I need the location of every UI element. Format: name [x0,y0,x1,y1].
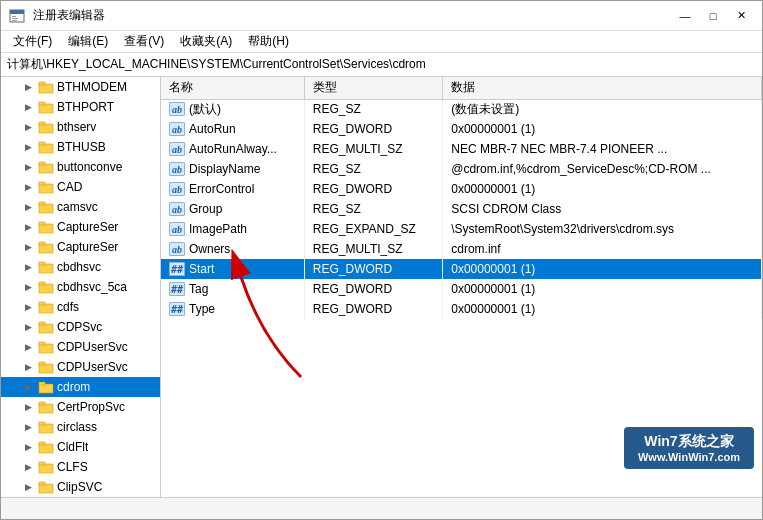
svg-rect-24 [39,262,45,265]
cell-data: 0x00000001 (1) [443,279,762,299]
table-header-row: 名称 类型 数据 [161,77,762,99]
tree-toggle-icon[interactable]: ▶ [21,100,35,114]
cell-name: ab(默认) [161,99,304,119]
tree-toggle-icon[interactable]: ▶ [21,400,35,414]
svg-rect-44 [39,462,45,465]
table-row[interactable]: ##TagREG_DWORD0x00000001 (1) [161,279,762,299]
table-row[interactable]: abGroupREG_SZSCSI CDROM Class [161,199,762,219]
folder-icon [38,299,54,315]
tree-toggle-icon[interactable]: ▶ [21,80,35,94]
tree-item[interactable]: ▶CLFS [1,457,160,477]
table-row[interactable]: abOwnersREG_MULTI_SZcdrom.inf [161,239,762,259]
tree-item-label: cbdhsvc_5ca [57,280,127,294]
maximize-button[interactable]: □ [700,6,726,26]
svg-rect-25 [39,284,53,293]
svg-rect-21 [39,244,53,253]
tree-item[interactable]: ▶cbdhsvc_5ca [1,277,160,297]
tree-toggle-icon[interactable]: ▶ [21,280,35,294]
tree-toggle-icon[interactable]: ▶ [21,380,35,394]
tree-item[interactable]: ▶circlass [1,417,160,437]
table-row[interactable]: ab(默认)REG_SZ(数值未设置) [161,99,762,119]
tree-item[interactable]: ▶CDPUserSvc [1,337,160,357]
tree-item[interactable]: ▶CldFlt [1,437,160,457]
tree-item[interactable]: ▶BTHUSB [1,137,160,157]
menu-item[interactable]: 收藏夹(A) [172,31,240,52]
tree-toggle-icon[interactable]: ▶ [21,180,35,194]
tree-toggle-icon[interactable]: ▶ [21,120,35,134]
tree-item[interactable]: ▶ClipSVC [1,477,160,497]
tree-item[interactable]: ▶bthserv [1,117,160,137]
table-row[interactable]: ##StartREG_DWORD0x00000001 (1) [161,259,762,279]
tree-toggle-icon[interactable]: ▶ [21,360,35,374]
svg-rect-27 [39,304,53,313]
tree-toggle-icon[interactable]: ▶ [21,300,35,314]
tree-item[interactable]: ▶cbdhsvc [1,257,160,277]
tree-item-label: bthserv [57,120,96,134]
tree-item[interactable]: ▶cdrom [1,377,160,397]
tree-toggle-icon[interactable]: ▶ [21,200,35,214]
close-button[interactable]: ✕ [728,6,754,26]
table-row[interactable]: abImagePathREG_EXPAND_SZ\SystemRoot\Syst… [161,219,762,239]
tree-pane[interactable]: ▶BTHMODEM▶BTHPORT▶bthserv▶BTHUSB▶buttonc… [1,77,161,497]
tree-toggle-icon[interactable]: ▶ [21,480,35,494]
svg-rect-18 [39,202,45,205]
menu-item[interactable]: 查看(V) [116,31,172,52]
tree-toggle-icon[interactable]: ▶ [21,220,35,234]
svg-rect-17 [39,204,53,213]
menu-item[interactable]: 帮助(H) [240,31,297,52]
tree-item[interactable]: ▶CDPUserSvc [1,357,160,377]
tree-toggle-icon[interactable]: ▶ [21,460,35,474]
tree-toggle-icon[interactable]: ▶ [21,340,35,354]
tree-toggle-icon[interactable]: ▶ [21,260,35,274]
svg-rect-42 [39,442,45,445]
cell-data: \SystemRoot\System32\drivers\cdrom.sys [443,219,762,239]
tree-item[interactable]: ▶buttonconve [1,157,160,177]
table-row[interactable]: abAutoRunAlway...REG_MULTI_SZNEC MBR-7 N… [161,139,762,159]
folder-icon [38,179,54,195]
minimize-button[interactable]: — [672,6,698,26]
tree-toggle-icon[interactable]: ▶ [21,420,35,434]
svg-rect-13 [39,164,53,173]
cell-data: 0x00000001 (1) [443,299,762,319]
folder-icon [38,279,54,295]
cell-name: abGroup [161,199,304,219]
cell-type: REG_DWORD [304,179,442,199]
tree-toggle-icon[interactable]: ▶ [21,160,35,174]
values-table: 名称 类型 数据 ab(默认)REG_SZ(数值未设置)abAutoRunREG… [161,77,762,319]
menu-item[interactable]: 文件(F) [5,31,60,52]
reg-value-icon: ab [169,122,185,136]
tree-toggle-icon[interactable]: ▶ [21,440,35,454]
tree-item[interactable]: ▶CaptureSer [1,217,160,237]
tree-item-label: camsvc [57,200,98,214]
cell-type: REG_DWORD [304,299,442,319]
status-bar [1,497,762,519]
tree-toggle-icon[interactable]: ▶ [21,320,35,334]
tree-item[interactable]: ▶CAD [1,177,160,197]
menu-bar: 文件(F)编辑(E)查看(V)收藏夹(A)帮助(H) [1,31,762,53]
table-row[interactable]: abDisplayNameREG_SZ@cdrom.inf,%cdrom_Ser… [161,159,762,179]
svg-rect-35 [39,384,53,393]
folder-icon [38,79,54,95]
tree-item[interactable]: ▶BTHPORT [1,97,160,117]
tree-item[interactable]: ▶CDPSvc [1,317,160,337]
tree-item[interactable]: ▶camsvc [1,197,160,217]
folder-icon [38,119,54,135]
tree-item[interactable]: ▶CaptureSer [1,237,160,257]
cell-type: REG_SZ [304,199,442,219]
cell-name: abAutoRunAlway... [161,139,304,159]
table-row[interactable]: abErrorControlREG_DWORD0x00000001 (1) [161,179,762,199]
tree-item[interactable]: ▶BTHMODEM [1,77,160,97]
table-row[interactable]: ##TypeREG_DWORD0x00000001 (1) [161,299,762,319]
cell-data: 0x00000001 (1) [443,119,762,139]
tree-item[interactable]: ▶cdfs [1,297,160,317]
tree-toggle-icon[interactable]: ▶ [21,140,35,154]
cell-data: 0x00000001 (1) [443,179,762,199]
menu-item[interactable]: 编辑(E) [60,31,116,52]
tree-item[interactable]: ▶CertPropSvc [1,397,160,417]
tree-item-label: CDPUserSvc [57,340,128,354]
svg-rect-12 [39,142,45,145]
values-pane[interactable]: 名称 类型 数据 ab(默认)REG_SZ(数值未设置)abAutoRunREG… [161,77,762,319]
table-row[interactable]: abAutoRunREG_DWORD0x00000001 (1) [161,119,762,139]
tree-toggle-icon[interactable]: ▶ [21,240,35,254]
folder-icon [38,239,54,255]
